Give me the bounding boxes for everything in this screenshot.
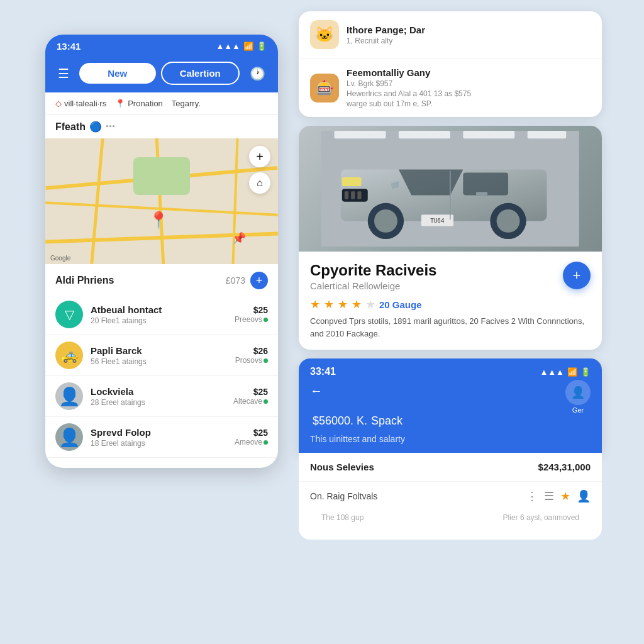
clock-button[interactable]: 🕐 <box>245 64 270 84</box>
bottom-note-right: Plier 6 aysl, oanmoved <box>492 511 591 531</box>
car-title-group: Cpyorite Raciveis Calertical Rellowleige <box>310 262 436 291</box>
app-desc-2b: Hewerlrics and Alal a 401 13 as $575 <box>347 89 591 98</box>
list-icon[interactable]: ☰ <box>544 489 554 503</box>
diamond-icon: ◇ <box>55 99 62 108</box>
list-item-action: Prosovs <box>235 356 268 365</box>
status-dot <box>264 440 268 445</box>
tab-calertion[interactable]: Calertion <box>161 62 240 85</box>
list-item-action: Ameove <box>235 438 268 447</box>
list-item-sub: 56 Flee1 ataings <box>91 357 228 366</box>
car-card: TU64 Cpyorite Raciveis Calertical Rellow… <box>299 126 602 350</box>
list-item-right: $25 Ameove <box>235 428 268 447</box>
blue-signal-icon: ▲▲▲ <box>540 367 564 377</box>
list-item-name: Atbeual hontact <box>91 304 227 315</box>
list-item-sub: 28 Ereel ataings <box>91 398 226 407</box>
filter-item-2[interactable]: 📍 Pronation <box>115 99 163 108</box>
star-2: ★ <box>324 297 334 311</box>
wifi-icon: 📶 <box>243 42 253 51</box>
home-button[interactable]: ⌂ <box>249 172 270 194</box>
person-icon[interactable]: 👤 <box>577 489 591 503</box>
list-header: Aldi Phriens £073 + <box>45 264 278 294</box>
map-road <box>90 138 104 264</box>
blue-amount-suffix: Spack <box>371 414 402 427</box>
map-label: Google <box>50 255 70 262</box>
bottom-row-1-val: $243,31,000 <box>538 462 591 472</box>
map-road <box>232 138 239 264</box>
filter-label-3: Tegarry. <box>172 99 201 108</box>
avatar-icon: ▽ <box>65 307 74 322</box>
avatar: 👤 <box>55 423 83 451</box>
svg-text:TU64: TU64 <box>430 217 445 224</box>
blue-back-button[interactable]: ← <box>299 380 602 402</box>
bottom-notes: The 108 gup Plier 6 aysl, oanmoved <box>299 511 602 540</box>
list-item-info: Atbeual hontact 20 Flee1 ataings <box>91 304 227 325</box>
bottom-panel: Nous Selevies $243,31,000 On. Raig Foltv… <box>299 453 602 540</box>
location-badge: 🔵 <box>89 121 102 133</box>
tab-new[interactable]: New <box>79 63 156 84</box>
car-title: Cpyorite Raciveis <box>310 262 436 279</box>
app-desc-2: Lv. Bgrk $957 <box>347 79 591 88</box>
status-dot <box>264 399 268 404</box>
more-dots[interactable]: ··· <box>106 120 115 133</box>
car-subtitle: Calertical Rellowleige <box>310 280 436 291</box>
blue-battery-icon: 🔋 <box>580 367 591 377</box>
star-icon[interactable]: ★ <box>560 489 570 503</box>
blue-amount: $56000. K.Spack <box>299 402 602 431</box>
more-icon[interactable]: ⋮ <box>526 489 538 503</box>
gauge-label: 20 Gauge <box>379 299 422 310</box>
filter-item-3[interactable]: Tegarry. <box>172 99 201 108</box>
list-section: Aldi Phriens £073 + ▽ Atbeual hontact 20… <box>45 264 278 468</box>
blue-wifi-icon: 📶 <box>567 367 577 377</box>
app-name-1: Ithore Pange; Dar <box>347 25 591 35</box>
list-item-price: $25 <box>233 387 268 397</box>
list-item-right: $26 Prosovs <box>235 346 268 365</box>
bottom-row-1: Nous Selevies $243,31,000 <box>299 453 602 482</box>
menu-button[interactable]: ☰ <box>53 64 74 84</box>
list-item-name: Lockviela <box>91 386 226 397</box>
car-description: Cconpved Tprs stotils, 1891 maril agurit… <box>310 315 591 340</box>
bottom-row-1-label: Nous Selevies <box>310 462 374 472</box>
map-bg: 📍 📌 + ⌂ Google <box>45 138 278 264</box>
filter-item-1[interactable]: ◇ vill·taleali·rs <box>55 99 106 108</box>
location-header: Ffeath 🔵 ··· <box>45 115 278 138</box>
list-title: Aldi Phriens <box>55 275 114 286</box>
svg-rect-2 <box>399 131 450 138</box>
status-dot <box>264 318 268 322</box>
blue-body: ← 👤 Ger $56000. K.Spack This uinittest a… <box>299 380 602 453</box>
list-meta: £073 + <box>226 272 268 289</box>
svg-rect-3 <box>463 131 514 138</box>
location-icon: 📍 <box>115 99 125 108</box>
list-item-price: $25 <box>235 305 268 315</box>
app-item-2: 🎰 Feemontalliy Gany Lv. Bgrk $957 Hewerl… <box>299 58 602 117</box>
zoom-in-button[interactable]: + <box>249 146 270 167</box>
battery-icon: 🔋 <box>257 42 267 51</box>
blue-time: 33:41 <box>310 366 336 377</box>
status-bar: 13:41 ▲▲▲ 📶 🔋 <box>45 35 278 57</box>
app-desc-1: 1, Recruit alty <box>347 36 591 45</box>
list-add-button[interactable]: + <box>250 272 268 289</box>
location-name: Ffeath <box>55 121 86 133</box>
phone-toolbar: ☰ New Calertion 🕐 <box>45 57 278 92</box>
bottom-row-2: On. Raig Foltvals ⋮ ☰ ★ 👤 <box>299 482 602 511</box>
blue-status-bar: 33:41 ▲▲▲ 📶 🔋 <box>299 358 602 380</box>
car-image: TU64 <box>299 126 602 252</box>
list-item-sub: 18 Ereel ataings <box>91 439 227 448</box>
car-fab-button[interactable]: + <box>563 262 591 289</box>
svg-rect-1 <box>335 131 386 138</box>
blue-icon-label: Ger <box>572 406 584 414</box>
list-item-right: $25 Preeovs <box>235 305 268 324</box>
list-item-right: $25 Altecave <box>233 387 268 406</box>
filter-label-1: vill·taleali·rs <box>64 99 106 108</box>
car-header: Cpyorite Raciveis Calertical Rellowleige… <box>310 262 591 291</box>
list-item: 👤 Sprevd Folop 18 Ereel ataings $25 Ameo… <box>45 417 278 458</box>
map-container: 📍 📌 + ⌂ Google <box>45 138 278 264</box>
app-info-1: Ithore Pange; Dar 1, Recruit alty <box>347 25 591 45</box>
star-1: ★ <box>310 297 320 311</box>
status-time: 13:41 <box>57 41 80 52</box>
svg-rect-4 <box>528 131 566 138</box>
blue-combo: 33:41 ▲▲▲ 📶 🔋 ← 👤 Ger $56000. K.Spack Th… <box>299 358 602 540</box>
svg-rect-13 <box>345 191 348 199</box>
blue-status-icons: ▲▲▲ 📶 🔋 <box>540 367 591 377</box>
blue-phone: 33:41 ▲▲▲ 📶 🔋 ← 👤 Ger $56000. K.Spack Th… <box>299 358 602 453</box>
app-item-1: 🐱 Ithore Pange; Dar 1, Recruit alty <box>299 11 602 58</box>
